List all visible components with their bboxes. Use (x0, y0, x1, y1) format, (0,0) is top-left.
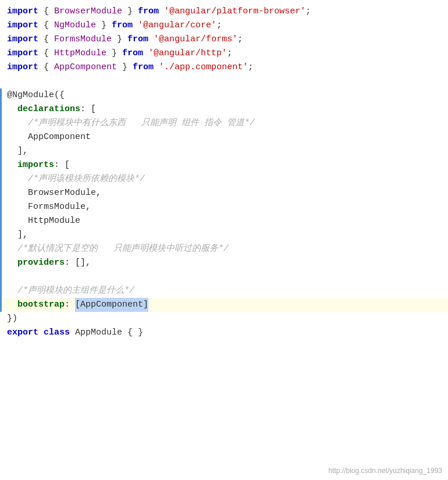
code-line: import { FormsModule } from '@angular/fo… (0, 33, 448, 47)
code-token (159, 5, 164, 19)
code-token: : [ (54, 158, 70, 172)
code-token: '@angular/platform-browser' (164, 5, 305, 19)
code-token: AppComponent (28, 130, 91, 144)
code-token (7, 186, 28, 200)
code-token: BrowserModule (54, 5, 122, 19)
code-token: /*默认情况下是空的 只能声明模块中听过的服务*/ (17, 242, 229, 256)
code-token (7, 116, 28, 130)
code-token (7, 158, 17, 172)
code-token: declarations (17, 102, 80, 116)
code-editor: import { BrowserModule } from '@angular/… (0, 0, 448, 480)
code-line: imports: [ (0, 158, 448, 172)
code-token: ; (227, 47, 232, 61)
code-token: { (38, 33, 54, 47)
code-token (7, 242, 17, 256)
watermark: http://blog.csdn.net/yuzhiqiang_1993 (329, 465, 442, 477)
code-token (7, 284, 17, 298)
code-token (143, 47, 148, 61)
code-token: }) (7, 312, 17, 326)
code-line: BrowserModule, (0, 186, 448, 200)
code-line: FormsModule, (0, 200, 448, 214)
code-token: import (7, 47, 38, 61)
code-token (7, 214, 28, 228)
code-token: ; (216, 19, 222, 33)
code-token: '@angular/http' (148, 47, 227, 61)
code-token: @NgModule({ (7, 88, 65, 102)
code-line: import { NgModule } from '@angular/core'… (0, 19, 448, 33)
code-token (133, 19, 138, 33)
code-line: ], (0, 144, 448, 158)
code-token: { (38, 5, 54, 19)
code-line: import { AppComponent } from './app.comp… (0, 61, 448, 74)
code-token: import (7, 5, 38, 19)
code-token: '@angular/forms' (154, 33, 237, 47)
code-line: import { BrowserModule } from '@angular/… (0, 5, 448, 19)
code-line: /*声明模块中有什么东西 只能声明 组件 指令 管道*/ (0, 116, 448, 130)
code-token: from (112, 19, 133, 33)
code-token: import (7, 61, 38, 74)
code-token: [AppComponent] (75, 298, 148, 312)
code-token: from (122, 47, 143, 61)
code-token: ; (305, 5, 311, 19)
code-line: export class AppModule { } (0, 326, 448, 340)
code-token: { (38, 47, 54, 61)
code-line: bootstrap: [AppComponent] (0, 298, 448, 312)
code-line: providers: [], (0, 256, 448, 270)
code-token: /*声明模块的主组件是什么*/ (17, 284, 134, 298)
code-line: /*默认情况下是空的 只能声明模块中听过的服务*/ (0, 242, 448, 256)
code-token (70, 326, 75, 340)
code-token: ], (7, 228, 28, 242)
code-token: from (133, 61, 154, 74)
code-token: export (7, 326, 38, 340)
code-token: /*声明该模块所依赖的模块*/ (28, 172, 145, 186)
code-line: AppComponent (0, 130, 448, 144)
code-token (7, 298, 17, 312)
code-line: import { HttpModule } from '@angular/htt… (0, 47, 448, 61)
code-line: /*声明模块的主组件是什么*/ (0, 284, 448, 298)
code-token: import (7, 33, 38, 47)
code-token: HttpModule (54, 47, 106, 61)
code-token (7, 172, 28, 186)
code-token: FormsModule (54, 33, 112, 47)
code-token: from (127, 33, 148, 47)
code-token: : [ (80, 102, 96, 116)
code-token: ; (237, 33, 243, 47)
code-line: HttpModule (0, 214, 448, 228)
code-line: /*声明该模块所依赖的模块*/ (0, 172, 448, 186)
code-token: NgModule (54, 19, 96, 33)
code-token (38, 326, 44, 340)
code-token: imports (17, 158, 54, 172)
code-token: { (38, 61, 54, 74)
code-token: import (7, 19, 38, 33)
code-line: declarations: [ (0, 102, 448, 116)
code-token: '@angular/core' (138, 19, 216, 33)
code-token: class (44, 326, 70, 340)
code-token (7, 200, 28, 214)
code-token (7, 102, 17, 116)
code-token: { } (122, 326, 143, 340)
code-token: } (112, 33, 127, 47)
code-token: BrowserModule, (28, 186, 101, 200)
code-token: bootstrap (17, 298, 65, 312)
code-line: @NgModule({ (0, 88, 448, 102)
code-content: import { BrowserModule } from '@angular/… (0, 5, 448, 340)
code-token: : [], (65, 256, 91, 270)
code-token: providers (17, 256, 65, 270)
code-token: './app.component' (159, 61, 248, 74)
code-token: } (96, 19, 112, 33)
code-token (154, 61, 159, 74)
code-token: } (122, 5, 138, 19)
code-token (7, 256, 17, 270)
code-token: ], (7, 144, 28, 158)
code-token: } (106, 47, 122, 61)
code-token: AppModule (75, 326, 122, 340)
code-token (148, 33, 154, 47)
code-token: /*声明模块中有什么东西 只能声明 组件 指令 管道*/ (28, 116, 255, 130)
code-token: { (38, 19, 54, 33)
code-token: } (117, 61, 133, 74)
code-token: from (138, 5, 159, 19)
code-token: FormsModule, (28, 200, 91, 214)
code-line: ], (0, 228, 448, 242)
code-token: : (65, 298, 75, 312)
code-token: AppComponent (54, 61, 117, 74)
